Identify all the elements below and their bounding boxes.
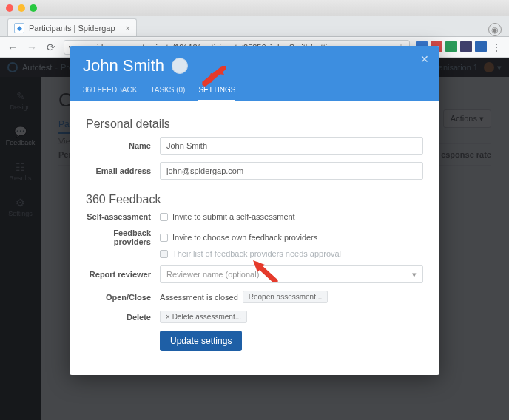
browser-tabbar: ◆ Participants | Spidergap × ◉ (0, 16, 509, 37)
window-titlebar (0, 0, 509, 16)
assessment-status: Assessment is closed (160, 293, 238, 302)
avatar-icon (172, 58, 188, 74)
update-settings-button[interactable]: Update settings (160, 331, 242, 351)
label-self-assessment: Self-assessment (86, 212, 160, 221)
label-feedback-providers: Feedback providers (86, 228, 160, 246)
chevron-down-icon: ▾ (412, 270, 417, 280)
modal-title: John Smith (83, 56, 164, 75)
label-email: Email address (86, 166, 160, 175)
modal-tabs: 360 FEEDBACK TASKS (0) SETTINGS (83, 86, 426, 101)
extension-icon[interactable] (445, 41, 457, 52)
label-report-reviewer: Report reviewer (86, 270, 160, 279)
modal-header: John Smith ✕ 360 FEEDBACK TASKS (0) SETT… (70, 46, 439, 101)
label-name: Name (86, 141, 160, 150)
modal-body: Personal details Name Email address 360 … (70, 101, 439, 375)
self-assessment-text: Invite to submit a self-assessment (172, 212, 295, 221)
approval-checkbox (160, 250, 168, 258)
browser-tab[interactable]: ◆ Participants | Spidergap × (7, 18, 137, 36)
section-personal-details: Personal details (86, 118, 423, 131)
tab-tasks[interactable]: TASKS (0) (150, 86, 185, 101)
back-button[interactable]: ← (6, 41, 19, 54)
forward-button[interactable]: → (25, 41, 38, 54)
reload-button[interactable]: ⟳ (44, 41, 58, 54)
name-input[interactable] (160, 137, 423, 155)
tab-close-icon[interactable]: × (125, 24, 129, 33)
label-delete: Delete (86, 313, 160, 322)
tab-360-feedback[interactable]: 360 FEEDBACK (83, 86, 137, 101)
favicon-icon: ◆ (14, 23, 24, 33)
maximize-window-icon[interactable] (30, 4, 37, 12)
self-assessment-checkbox[interactable] (160, 213, 168, 221)
reviewer-select[interactable]: Reviewer name (optional) ▾ (160, 265, 423, 283)
extension-icon[interactable] (460, 41, 472, 52)
reopen-assessment-button[interactable]: Reopen assessment... (243, 291, 328, 303)
close-window-icon[interactable] (6, 4, 13, 12)
section-360-feedback: 360 Feedback (86, 193, 423, 206)
minimize-window-icon[interactable] (18, 4, 25, 12)
delete-assessment-button[interactable]: × Delete assessment... (160, 311, 247, 323)
chrome-menu-icon[interactable]: ⋮ (490, 41, 503, 54)
tab-settings[interactable]: SETTINGS (198, 86, 235, 101)
participant-modal: John Smith ✕ 360 FEEDBACK TASKS (0) SETT… (70, 46, 439, 375)
feedback-providers-text: Invite to choose own feedback providers (172, 233, 317, 242)
extension-icon[interactable] (475, 41, 487, 52)
label-open-close: Open/Close (86, 293, 160, 302)
chrome-profile-icon[interactable]: ◉ (488, 23, 502, 36)
modal-close-button[interactable]: ✕ (420, 53, 429, 65)
reviewer-placeholder: Reviewer name (optional) (166, 270, 259, 279)
feedback-providers-checkbox[interactable] (160, 234, 168, 242)
tab-title: Participants | Spidergap (29, 24, 115, 33)
traffic-lights (6, 4, 37, 12)
approval-text: Their list of feedback providers needs a… (172, 249, 341, 258)
email-input[interactable] (160, 162, 423, 180)
